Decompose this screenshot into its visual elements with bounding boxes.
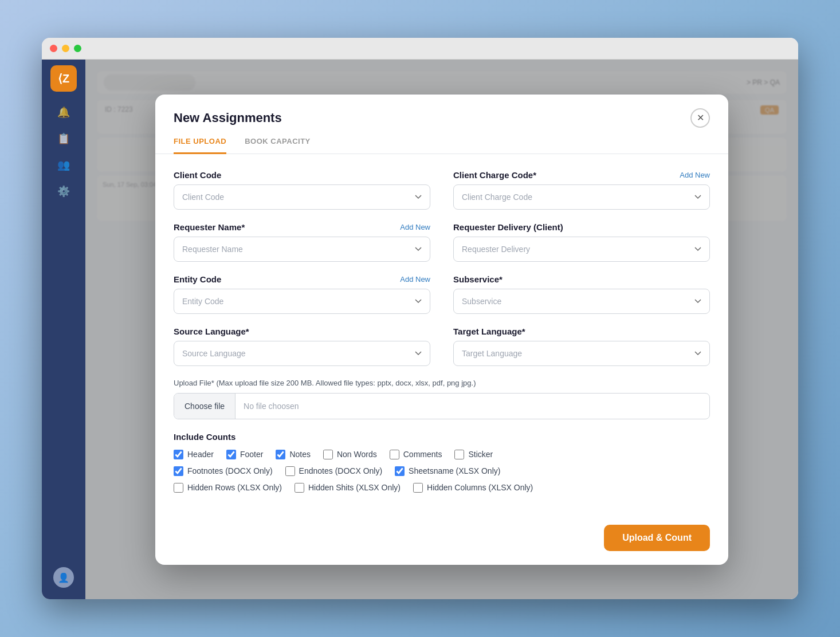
bell-icon: 🔔: [57, 106, 70, 119]
entity-code-label: Entity Code: [174, 274, 221, 284]
sidebar: ⟨Z 🔔 📋 👥 ⚙️ 👤: [42, 60, 85, 599]
avatar[interactable]: 👤: [53, 567, 74, 588]
checkbox-footnotes-input[interactable]: [174, 466, 183, 476]
requester-name-select[interactable]: Requester Name: [174, 237, 430, 262]
sidebar-item-users[interactable]: 👥: [52, 154, 75, 176]
client-code-field: Client Code Client Code: [174, 170, 430, 210]
checkbox-notes[interactable]: Notes: [276, 450, 311, 459]
checkbox-hidden-shits-input[interactable]: [295, 483, 304, 493]
checkbox-header-label: Header: [187, 450, 214, 459]
requester-delivery-label-row: Requester Delivery (Client): [453, 222, 710, 232]
modal-footer: Upload & Count: [155, 516, 728, 565]
modal-dialog: New Assignments ✕ FILE UPLOAD BOOK CAPAC…: [155, 95, 728, 565]
counts-title: Include Counts: [174, 432, 710, 442]
checkbox-non-words-label: Non Words: [337, 450, 377, 459]
target-language-select[interactable]: Target Language: [453, 341, 710, 366]
checkbox-sticker-label: Sticker: [468, 450, 493, 459]
subservice-field: Subservice* Subservice: [453, 274, 710, 314]
checkbox-hidden-rows-input[interactable]: [174, 483, 183, 493]
minimize-button[interactable]: [62, 45, 69, 52]
requester-name-field: Requester Name* Add New Requester Name: [174, 222, 430, 262]
requester-delivery-label: Requester Delivery (Client): [453, 222, 563, 232]
checkbox-hidden-rows[interactable]: Hidden Rows (XLSX Only): [174, 483, 282, 493]
checkbox-sheetsname-label: Sheetsname (XLSX Only): [409, 466, 500, 475]
checkbox-sticker[interactable]: Sticker: [454, 450, 493, 459]
checkbox-header-input[interactable]: [174, 450, 183, 459]
checkbox-hidden-rows-label: Hidden Rows (XLSX Only): [187, 483, 282, 492]
avatar-icon: 👤: [58, 572, 69, 583]
checkbox-sheetsname-input[interactable]: [395, 466, 405, 476]
client-code-select[interactable]: Client Code: [174, 184, 430, 210]
checkbox-footnotes[interactable]: Footnotes (DOCX Only): [174, 466, 273, 476]
clipboard-icon: 📋: [57, 132, 70, 145]
choose-file-button[interactable]: Choose file: [174, 394, 235, 419]
client-code-label-row: Client Code: [174, 170, 430, 180]
modal-header: New Assignments ✕: [155, 95, 728, 128]
checkbox-endnotes-input[interactable]: [285, 466, 295, 476]
requester-name-add-new[interactable]: Add New: [400, 223, 430, 231]
upload-section: Upload File* (Max upload file size 200 M…: [174, 379, 710, 419]
requester-name-label: Requester Name*: [174, 222, 245, 232]
checkbox-sticker-input[interactable]: [454, 450, 464, 459]
modal-body: Client Code Client Code Client Charge Co…: [155, 154, 728, 516]
requester-delivery-select[interactable]: Requester Delivery: [453, 237, 710, 262]
modal-overlay: New Assignments ✕ FILE UPLOAD BOOK CAPAC…: [85, 60, 798, 599]
close-button[interactable]: [50, 45, 57, 52]
source-language-field: Source Language* Source Language: [174, 327, 430, 366]
counts-row-3: Hidden Rows (XLSX Only) Hidden Shits (XL…: [174, 483, 710, 493]
tab-file-upload[interactable]: FILE UPLOAD: [174, 137, 226, 154]
checkbox-non-words-input[interactable]: [323, 450, 333, 459]
upload-label: Upload File* (Max upload file size 200 M…: [174, 379, 710, 387]
maximize-button[interactable]: [74, 45, 81, 52]
checkbox-header[interactable]: Header: [174, 450, 214, 459]
target-language-label: Target Language*: [453, 327, 525, 336]
users-icon: 👥: [57, 159, 70, 171]
subservice-select[interactable]: Subservice: [453, 289, 710, 314]
checkbox-comments[interactable]: Comments: [390, 450, 442, 459]
counts-row-1: Header Footer Notes: [174, 450, 710, 459]
modal-close-button[interactable]: ✕: [690, 108, 710, 128]
client-charge-code-add-new[interactable]: Add New: [680, 171, 710, 179]
modal-tabs: FILE UPLOAD BOOK CAPACITY: [155, 128, 728, 154]
tab-book-capacity[interactable]: BOOK CAPACITY: [245, 137, 311, 154]
checkbox-notes-label: Notes: [289, 450, 311, 459]
sidebar-item-settings[interactable]: ⚙️: [52, 180, 75, 203]
client-charge-code-label-row: Client Charge Code* Add New: [453, 170, 710, 180]
source-language-select[interactable]: Source Language: [174, 341, 430, 366]
source-language-label-row: Source Language*: [174, 327, 430, 336]
sidebar-logo[interactable]: ⟨Z: [50, 65, 77, 92]
checkbox-endnotes[interactable]: Endnotes (DOCX Only): [285, 466, 383, 476]
checkbox-notes-input[interactable]: [276, 450, 285, 459]
gear-icon: ⚙️: [57, 185, 70, 198]
sidebar-item-clipboard[interactable]: 📋: [52, 127, 75, 150]
requester-name-label-row: Requester Name* Add New: [174, 222, 430, 232]
checkbox-endnotes-label: Endnotes (DOCX Only): [299, 466, 383, 475]
checkbox-footer-label: Footer: [240, 450, 263, 459]
checkbox-footer[interactable]: Footer: [226, 450, 263, 459]
counts-row-2: Footnotes (DOCX Only) Endnotes (DOCX Onl…: [174, 466, 710, 476]
sidebar-item-bell[interactable]: 🔔: [52, 101, 75, 124]
checkbox-footer-input[interactable]: [226, 450, 236, 459]
modal-title: New Assignments: [174, 111, 282, 125]
requester-delivery-field: Requester Delivery (Client) Requester De…: [453, 222, 710, 262]
entity-code-select[interactable]: Entity Code: [174, 289, 430, 314]
client-code-label: Client Code: [174, 170, 221, 180]
checkbox-non-words[interactable]: Non Words: [323, 450, 377, 459]
entity-code-field: Entity Code Add New Entity Code: [174, 274, 430, 314]
subservice-label: Subservice*: [453, 274, 503, 284]
client-charge-code-select[interactable]: Client Charge Code: [453, 184, 710, 210]
client-charge-code-label: Client Charge Code*: [453, 170, 536, 180]
form-grid: Client Code Client Code Client Charge Co…: [174, 170, 710, 366]
checkbox-comments-input[interactable]: [390, 450, 399, 459]
client-charge-code-field: Client Charge Code* Add New Client Charg…: [453, 170, 710, 210]
upload-count-button[interactable]: Upload & Count: [604, 525, 710, 551]
entity-code-add-new[interactable]: Add New: [400, 275, 430, 284]
checkbox-hidden-shits[interactable]: Hidden Shits (XLSX Only): [295, 483, 401, 493]
source-language-label: Source Language*: [174, 327, 249, 336]
mac-window: ⟨Z 🔔 📋 👥 ⚙️ 👤: [42, 38, 798, 599]
checkbox-hidden-columns-input[interactable]: [413, 483, 423, 493]
checkbox-sheetsname[interactable]: Sheetsname (XLSX Only): [395, 466, 500, 476]
titlebar: [42, 38, 798, 60]
checkbox-hidden-columns[interactable]: Hidden Columns (XLSX Only): [413, 483, 533, 493]
app-content: ⟨Z 🔔 📋 👥 ⚙️ 👤: [42, 60, 798, 599]
